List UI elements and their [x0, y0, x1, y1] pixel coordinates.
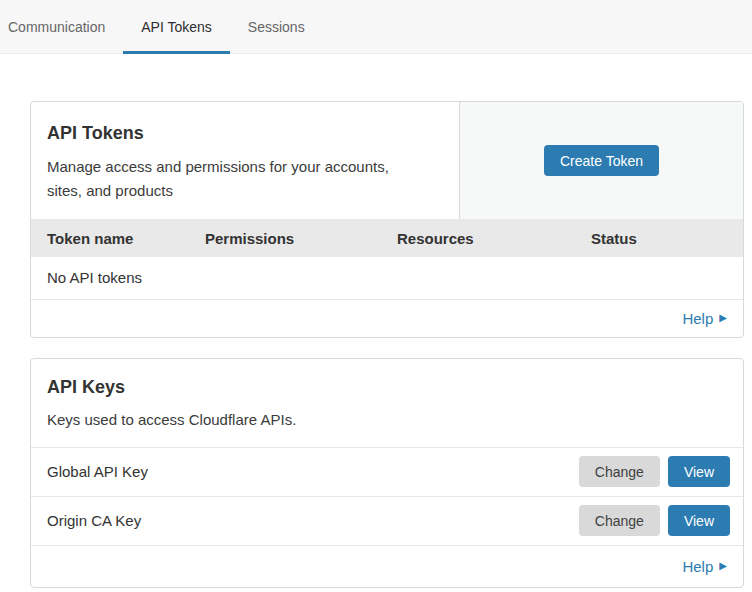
api-tokens-table: Token name Permissions Resources Status …	[31, 219, 743, 300]
tab-communication[interactable]: Communication	[0, 0, 123, 53]
change-global-api-key-button[interactable]: Change	[579, 456, 660, 487]
api-tokens-card: API Tokens Manage access and permissions…	[30, 101, 744, 338]
api-keys-description: Keys used to access Cloudflare APIs.	[47, 408, 727, 432]
api-tokens-help-link[interactable]: Help ▶	[682, 310, 727, 327]
api-tokens-description: Manage access and permissions for your a…	[47, 155, 422, 203]
view-origin-ca-key-button[interactable]: View	[668, 505, 730, 536]
api-tokens-action-panel: Create Token	[460, 102, 743, 219]
api-keys-help-link[interactable]: Help ▶	[682, 558, 727, 575]
api-key-row-origin-ca: Origin CA Key Change View	[31, 496, 743, 545]
table-header-row: Token name Permissions Resources Status	[31, 219, 743, 257]
api-key-row-global: Global API Key Change View	[31, 447, 743, 496]
column-header-status: Status	[591, 219, 743, 257]
change-origin-ca-key-button[interactable]: Change	[579, 505, 660, 536]
api-tokens-header: API Tokens Manage access and permissions…	[31, 102, 743, 219]
api-key-actions: Change View	[579, 456, 730, 487]
empty-state-message: No API tokens	[31, 257, 743, 299]
api-tokens-header-text: API Tokens Manage access and permissions…	[31, 102, 460, 219]
api-keys-header: API Keys Keys used to access Cloudflare …	[31, 359, 743, 447]
arrow-right-icon: ▶	[719, 561, 727, 571]
api-keys-card: API Keys Keys used to access Cloudflare …	[30, 358, 744, 588]
api-tokens-footer: Help ▶	[31, 300, 743, 337]
view-global-api-key-button[interactable]: View	[668, 456, 730, 487]
api-key-label: Global API Key	[47, 463, 148, 480]
api-keys-footer: Help ▶	[31, 545, 743, 587]
tab-api-tokens[interactable]: API Tokens	[123, 0, 230, 53]
page-content: API Tokens Manage access and permissions…	[0, 101, 752, 588]
help-link-label: Help	[682, 310, 713, 327]
column-header-token-name: Token name	[31, 219, 205, 257]
api-tokens-title: API Tokens	[47, 123, 439, 144]
api-keys-title: API Keys	[47, 377, 727, 398]
arrow-right-icon: ▶	[719, 313, 727, 323]
column-header-resources: Resources	[397, 219, 591, 257]
api-key-label: Origin CA Key	[47, 512, 141, 529]
create-token-button[interactable]: Create Token	[544, 145, 659, 176]
empty-state-row: No API tokens	[31, 257, 743, 299]
api-key-actions: Change View	[579, 505, 730, 536]
column-header-permissions: Permissions	[205, 219, 397, 257]
tab-bar: Communication API Tokens Sessions	[0, 0, 752, 54]
tab-sessions[interactable]: Sessions	[230, 0, 323, 53]
help-link-label: Help	[682, 558, 713, 575]
